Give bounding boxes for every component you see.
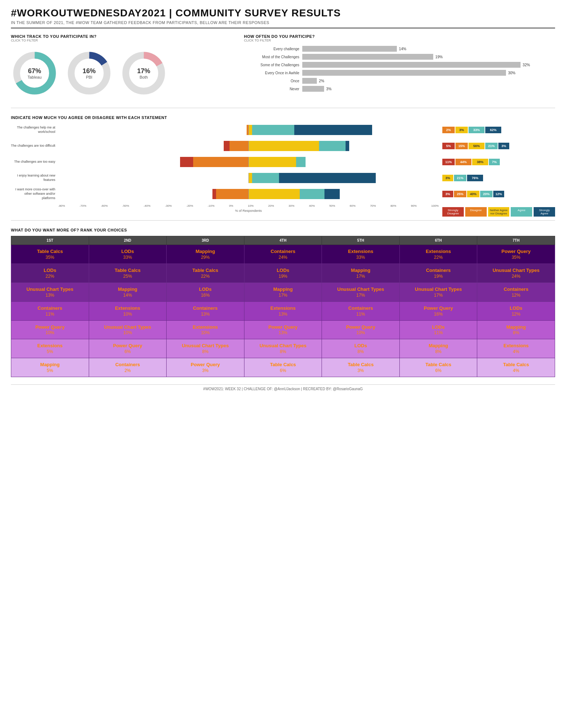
div-row-3: I enjoy learning about new features xyxy=(58,172,439,184)
list-item: Unusual Chart Types10% xyxy=(89,320,167,339)
leg-a-3: 21% xyxy=(454,175,466,181)
footer-text: #WOW2021: WEEK 32 | CHALLENGE OF: @AnnUJ… xyxy=(203,387,363,391)
freq-row-5: Never 3% xyxy=(244,86,555,92)
col-3rd: 3RD xyxy=(167,236,244,245)
donut-both-chart: 17% Both xyxy=(120,50,167,97)
leg-d-2: 44% xyxy=(455,159,471,165)
sd-bar-4 xyxy=(212,189,216,199)
neg-side-1 xyxy=(58,141,248,151)
list-item: LODs19% xyxy=(244,264,322,282)
leg-row-0: 2% 3% 33% 62% xyxy=(442,124,555,136)
list-item: Mapping8% xyxy=(477,320,555,339)
list-item: Table Calcs22% xyxy=(167,264,244,282)
freq-bar-wrap-4: 2% xyxy=(302,78,555,84)
agreement-chart-container: The challenges help me at work/school xyxy=(11,124,555,217)
table-row: Unusual Chart Types13%Mapping14%LODs16%M… xyxy=(11,282,555,301)
freq-row-1: Most of the Challenges 19% xyxy=(244,54,555,60)
x-axis-labels: -80% -70% -60% -50% -40% -30% -20% -10% … xyxy=(11,204,439,207)
freq-label-1: Most of the Challenges xyxy=(244,55,302,59)
legend-n: Neither Agree nor Disagree xyxy=(488,207,510,217)
leg-sa-0: 62% xyxy=(485,127,501,133)
n-bar-3 xyxy=(248,173,252,183)
x-axis-title: % of Respondents xyxy=(11,209,439,213)
leg-a-4: 20% xyxy=(480,191,493,197)
table-row: LODs22%Table Calcs25%Table Calcs22%LODs1… xyxy=(11,264,555,282)
ranking-thead: 1ST 2ND 3RD 4TH 5TH 6TH 7TH xyxy=(11,236,555,245)
list-item: Extensions22% xyxy=(399,245,477,264)
legend-labels: Strongly Disagree Disagree Neither Agree… xyxy=(442,207,555,217)
col-2nd: 2ND xyxy=(89,236,167,245)
list-item: Mapping17% xyxy=(244,282,322,301)
freq-bar-wrap-1: 19% xyxy=(302,54,555,60)
a-bar-3 xyxy=(252,173,279,183)
n-bar-1 xyxy=(248,141,319,151)
list-item: LODs22% xyxy=(11,264,89,282)
freq-row-2: Some of the Challenges 32% xyxy=(244,62,555,68)
track-filter-hint: CLICK TO FILTER xyxy=(11,39,233,42)
col-7th: 7TH xyxy=(477,236,555,245)
list-item: LODs33% xyxy=(89,245,167,264)
list-item: Power Query16% xyxy=(399,301,477,320)
table-row: Power Query10%Unusual Chart Types10%Exte… xyxy=(11,320,555,339)
leg-sd-1: 5% xyxy=(442,143,455,149)
d-bar-2 xyxy=(193,157,248,167)
list-item: Power Query10% xyxy=(322,320,400,339)
list-item: Mapping17% xyxy=(322,264,400,282)
div-bar-1 xyxy=(58,141,439,151)
donut-pbi-center: 16% PBI xyxy=(83,67,96,79)
list-item: Unusual Chart Types8% xyxy=(167,339,244,358)
div-bars-area: The challenges help me at work/school xyxy=(11,124,439,200)
freq-label-0: Every challenge xyxy=(244,47,302,51)
freq-label-2: Some of the Challenges xyxy=(244,63,302,67)
div-label-1: The challenges are too difficult xyxy=(11,144,58,148)
freq-bar-2 xyxy=(302,62,521,68)
sa-bar-4 xyxy=(324,189,340,199)
legend-a: Agree xyxy=(511,207,532,217)
d-bar-4 xyxy=(216,189,248,199)
list-item: LODs8% xyxy=(322,339,400,358)
col-6th: 6TH xyxy=(399,236,477,245)
center-line-1 xyxy=(248,141,249,151)
donut-tableau[interactable]: 67% Tableau xyxy=(11,50,58,97)
a-bar-4 xyxy=(300,189,324,199)
list-item: Extensions4% xyxy=(477,339,555,358)
ranking-title: WHAT DO YOU WANT MORE OF? RANK YOUR CHOI… xyxy=(11,228,555,232)
list-item: Table Calcs35% xyxy=(11,245,89,264)
leg-a-1: 21% xyxy=(485,143,498,149)
donut-tableau-pct: 67% xyxy=(28,67,42,75)
donut-both[interactable]: 17% Both xyxy=(120,50,167,97)
ranking-header-row: 1ST 2ND 3RD 4TH 5TH 6TH 7TH xyxy=(11,236,555,245)
list-item: Mapping5% xyxy=(11,358,89,377)
freq-label: HOW OFTEN DO YOU PARTICIPE? xyxy=(244,34,555,39)
sd-bar-1 xyxy=(224,141,230,151)
list-item: Containers11% xyxy=(322,301,400,320)
list-item: Mapping29% xyxy=(167,245,244,264)
a-bar-2 xyxy=(296,157,306,167)
leg-n-2: 38% xyxy=(472,159,488,165)
leg-d-1: 15% xyxy=(455,143,468,149)
list-item: Containers12% xyxy=(477,282,555,301)
freq-pct-2: 32% xyxy=(523,63,530,67)
donut-tableau-chart: 67% Tableau xyxy=(11,50,58,97)
footer: #WOW2021: WEEK 32 | CHALLENGE OF: @AnnUJ… xyxy=(11,384,555,391)
div-bar-4 xyxy=(58,189,439,199)
leg-sd-2: 11% xyxy=(442,159,455,165)
donut-pbi[interactable]: 16% PBI xyxy=(65,50,113,97)
list-item: Unusual Chart Types17% xyxy=(399,282,477,301)
leg-row-1: 5% 15% 56% 21% 3% xyxy=(442,140,555,152)
list-item: Mapping8% xyxy=(399,339,477,358)
donut-pbi-pct: 16% xyxy=(83,67,96,75)
header: #WORKOUTWEDNESDAY2021 | COMMUNITY SURVEY… xyxy=(11,7,555,28)
n-bar-2 xyxy=(248,157,296,167)
donut-pbi-label: PBI xyxy=(83,75,96,79)
freq-label-5: Never xyxy=(244,87,302,91)
track-section: WHICH TRACK TO YOU PARTICIPATE IN? CLICK… xyxy=(11,34,233,100)
leg-n-4: 40% xyxy=(467,191,479,197)
list-item: Table Calcs25% xyxy=(89,264,167,282)
div-row-0: The challenges help me at work/school xyxy=(58,124,439,136)
leg-d-0: 2% xyxy=(442,127,455,133)
div-label-4: I want more cross-over with other softwa… xyxy=(11,187,58,200)
pos-side-4 xyxy=(248,189,439,199)
freq-bar-4 xyxy=(302,78,317,84)
sa-bar-1 xyxy=(346,141,349,151)
